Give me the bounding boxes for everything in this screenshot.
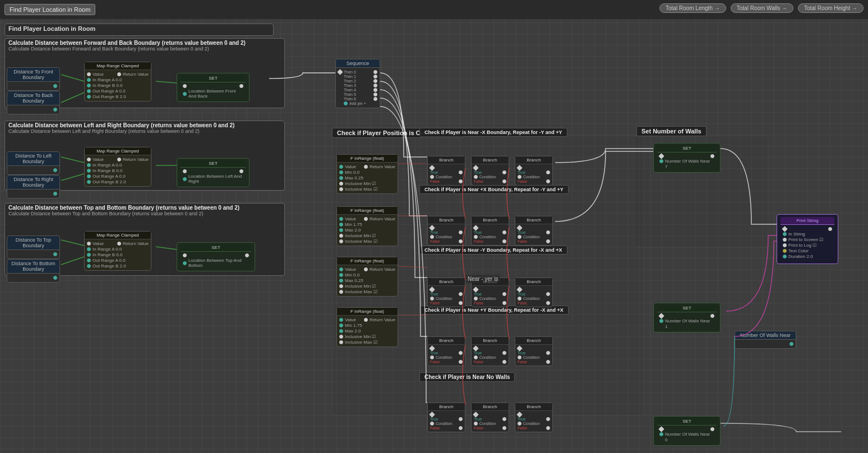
branch-4-3: Branch True Condition False	[515, 336, 553, 366]
badge-room-walls: Total Room Walls →	[731, 3, 793, 13]
set-num-walls-2: SET Number Of Walls Near 1	[653, 303, 721, 332]
branch-4-1: Branch True Condition False	[427, 336, 465, 366]
inrange-2: F InRange (float) ValueReturn Value Min …	[336, 206, 398, 246]
top-badges: Total Room Length → Total Room Walls → T…	[659, 3, 864, 13]
badge-room-height: Total Room Height →	[798, 3, 864, 13]
node-dist-bottom: Distance To Bottom Boundary	[7, 259, 60, 283]
node-dist-right: Distance To Right Boundary	[7, 175, 60, 198]
label-near-y-neg: Check if Player is Near -Y Boundary, Rep…	[419, 246, 567, 255]
branch-5-1: Branch True Condition False	[427, 403, 465, 432]
node-sequence: Sequence Then 0 Then 1 Then 2 Then 3 The…	[335, 59, 380, 108]
branch-4-2: Branch True Condition False	[471, 336, 509, 366]
inrange-1: F InRange (float) ValueReturn Value Min …	[336, 154, 398, 194]
node-map-range-1: Map Range Clamped ValueReturn Value In R…	[84, 62, 151, 101]
node-map-range-3: Map Range Clamped ValueReturn Value In R…	[84, 231, 151, 271]
node-dist-left: Distance To Left Boundary	[7, 151, 60, 175]
branch-1-3: Branch True Condition False	[515, 156, 553, 186]
inrange-3: F InRange (float) ValueReturn Value Min …	[336, 257, 398, 297]
find-player-title: Find Player Location in Room	[4, 4, 95, 15]
label-near-x-pos: Check if Player is Near +X Boundary, Rep…	[419, 185, 569, 194]
branch-3-3: Branch True Condition False	[515, 278, 553, 307]
set-location-left-right: SET Location Between Left And Right	[177, 158, 250, 187]
branch-1-1: Branch True Condition False	[427, 156, 465, 186]
branch-5-2: Branch True Condition False	[471, 403, 509, 432]
set-location-top-bottom: SET Location Between Top And Bottom	[177, 242, 255, 271]
set-num-walls-3: SET Number Of Walls Near 0	[653, 416, 721, 446]
node-map-range-2: Map Range Clamped ValueReturn Value In R…	[84, 147, 151, 187]
top-bar: Find Player Location in Room Total Room …	[0, 0, 868, 19]
set-num-walls-1: SET Number Of Walls Near 7	[653, 143, 721, 173]
branch-3-2: Branch True Condition False	[471, 278, 509, 307]
comment-find-player: Find Player Location in Room	[4, 24, 274, 36]
badge-room-length: Total Room Length →	[659, 3, 726, 13]
set-location-front-back: SET Location Between Front And Back	[177, 73, 250, 102]
label-near-x-neg: Check if Player is Near -X Boundary, Rep…	[419, 128, 567, 137]
label-near-no-walls: Check if Player is Near No Walls	[419, 372, 515, 382]
node-num-walls-output: Number Of Walls Near	[735, 331, 796, 349]
label-set-walls: Set Number of Walls	[636, 126, 707, 136]
node-dist-back: Distance To Back Boundary	[7, 91, 60, 114]
branch-5-3: Branch True Condition False	[515, 403, 553, 432]
branch-1-2: Branch True Condition False	[471, 156, 509, 186]
node-dist-front: Distance To Front Boundary	[7, 67, 60, 91]
branch-2-3: Branch True Condition False	[515, 216, 553, 246]
branch-3-1: Branch True Condition False	[427, 278, 465, 307]
branch-2-1: Branch True Condition False	[427, 216, 465, 246]
branch-2-2: Branch True Condition False	[471, 216, 509, 246]
inrange-4: F InRange (float) ValueReturn Value Min …	[336, 307, 398, 347]
node-print-string: Print String In String Print to Screen ☑…	[777, 214, 838, 264]
node-dist-top: Distance To Top Boundary	[7, 235, 60, 259]
